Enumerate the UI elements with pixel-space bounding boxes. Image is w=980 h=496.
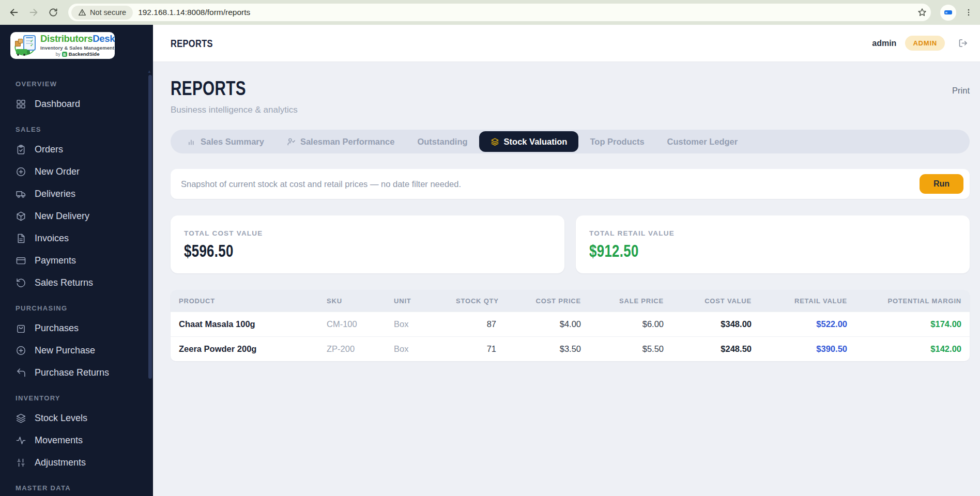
sidebar-item-sales-returns[interactable]: Sales Returns — [0, 273, 153, 293]
sidebar-item-label: Invoices — [35, 233, 69, 244]
column-header: PRODUCT — [171, 297, 318, 305]
sidebar-item-label: Purchases — [35, 323, 79, 334]
browser-forward-button[interactable] — [25, 4, 42, 21]
tab-sales-summary[interactable]: Sales Summary — [176, 131, 275, 152]
clipboard-check-icon — [16, 144, 26, 155]
brand-name: DistributorsDesk — [40, 34, 115, 44]
column-header: SALE PRICE — [589, 297, 672, 305]
report-tabs: Sales Summary Salesman Performance Outst… — [171, 130, 970, 153]
sidebar-item-new-purchase[interactable]: New Purchase — [0, 340, 153, 361]
total-cost-value: $596.50 — [184, 241, 234, 261]
tab-label: Stock Valuation — [504, 137, 568, 147]
bar-chart-icon — [187, 137, 196, 146]
column-header: COST PRICE — [504, 297, 589, 305]
tab-label: Sales Summary — [201, 137, 264, 147]
credit-card-icon — [16, 255, 26, 266]
sidebar-item-label: Payments — [35, 255, 76, 266]
report-info-banner: Snapshot of current stock at cost and re… — [171, 169, 970, 199]
table-row: Chaat Masala 100g CM-100 Box 87 $4.00 $6… — [171, 312, 970, 336]
cell-cost-price: $4.00 — [504, 319, 589, 329]
logout-button[interactable] — [958, 38, 969, 49]
cell-product: Chaat Masala 100g — [171, 319, 318, 329]
logo-illustration-icon: ✓✓ — [14, 35, 37, 56]
browser-refresh-button[interactable] — [44, 4, 62, 21]
sidebar-item-label: New Order — [35, 166, 80, 177]
browser-toolbar: Not secure 192.168.1.14:8008/form/report… — [0, 0, 980, 25]
role-badge: ADMIN — [905, 36, 945, 51]
cell-product: Zeera Powder 200g — [171, 344, 318, 354]
bookmark-button[interactable] — [913, 4, 931, 21]
sidebar-item-stock-levels[interactable]: Stock Levels — [0, 408, 153, 428]
sidebar-item-label: Deliveries — [35, 189, 75, 199]
truck-icon — [16, 189, 26, 199]
url-text: 192.168.1.14:8008/form/reports — [138, 8, 250, 17]
app-header: REPORTS admin ADMIN — [153, 25, 980, 62]
sidebar-scroll-up-arrow[interactable]: ▲ — [147, 70, 151, 74]
sliders-icon — [16, 457, 26, 468]
sidebar-item-movements[interactable]: Movements — [0, 430, 153, 451]
sidebar-item-adjustments[interactable]: Adjustments — [0, 453, 153, 473]
table-header-row: PRODUCT SKU UNIT STOCK QTY COST PRICE SA… — [171, 290, 970, 312]
tab-salesman-performance[interactable]: Salesman Performance — [275, 131, 406, 152]
total-cost-value-card: TOTAL COST VALUE $596.50 — [171, 215, 564, 273]
kebab-menu-icon — [964, 8, 973, 17]
column-header: UNIT — [386, 297, 448, 305]
user-check-icon — [287, 137, 296, 146]
column-header: SKU — [318, 297, 386, 305]
tab-label: Customer Ledger — [667, 137, 738, 147]
column-header: RETAIL VALUE — [760, 297, 855, 305]
sidebar-item-label: Movements — [35, 435, 83, 446]
sidebar-item-label: Sales Returns — [35, 277, 93, 288]
card-label: TOTAL COST VALUE — [184, 229, 551, 237]
sidebar-item-label: Stock Levels — [35, 413, 87, 424]
app-logo[interactable]: ✓✓ DistributorsDesk Inventory & Sales Ma… — [10, 32, 115, 59]
total-retail-value: $912.50 — [589, 241, 639, 261]
corner-up-left-icon — [16, 367, 26, 378]
sidebar-item-invoices[interactable]: Invoices — [0, 228, 153, 249]
column-header: POTENTIAL MARGIN — [855, 297, 970, 305]
rotate-ccw-icon — [16, 277, 26, 288]
tab-outstanding[interactable]: Outstanding — [406, 131, 479, 152]
print-button[interactable]: Print — [952, 86, 970, 96]
logout-icon — [958, 38, 969, 49]
not-secure-chip[interactable]: Not secure — [71, 6, 133, 20]
tab-stock-valuation[interactable]: Stock Valuation — [479, 131, 579, 152]
page-title: REPORTS — [171, 78, 246, 99]
sidebar-item-deliveries[interactable]: Deliveries — [0, 184, 153, 204]
sidebar-item-payments[interactable]: Payments — [0, 251, 153, 271]
sidebar-item-dashboard[interactable]: Dashboard — [0, 94, 153, 114]
browser-back-button[interactable] — [5, 4, 23, 21]
tab-top-products[interactable]: Top Products — [578, 131, 655, 152]
sidebar-item-purchase-returns[interactable]: Purchase Returns — [0, 363, 153, 383]
sidebar: ✓✓ DistributorsDesk Inventory & Sales Ma… — [0, 25, 153, 496]
run-button[interactable]: Run — [920, 174, 963, 194]
reports-page: REPORTS Print Business intelligence & an… — [153, 62, 980, 496]
tab-customer-ledger[interactable]: Customer Ledger — [656, 131, 749, 152]
sidebar-item-label: New Delivery — [35, 211, 89, 222]
arrow-right-icon — [28, 7, 39, 18]
column-header: STOCK QTY — [448, 297, 504, 305]
sidebar-section-master-data: MASTER DATA — [0, 484, 153, 492]
header-title: REPORTS — [171, 37, 213, 50]
sidebar-item-orders[interactable]: Orders — [0, 140, 153, 160]
sidebar-section-sales: SALES — [0, 126, 153, 133]
sidebar-item-new-delivery[interactable]: New Delivery — [0, 206, 153, 226]
backendside-icon: B — [62, 52, 67, 57]
browser-profile-avatar[interactable] — [940, 5, 956, 21]
layers-icon — [491, 137, 499, 146]
file-text-icon — [16, 233, 26, 244]
browser-menu-button[interactable] — [962, 4, 975, 21]
stock-valuation-table: PRODUCT SKU UNIT STOCK QTY COST PRICE SA… — [171, 290, 970, 361]
cell-retail-value: $522.00 — [760, 319, 855, 329]
sidebar-item-purchases[interactable]: Purchases — [0, 318, 153, 338]
cell-unit: Box — [386, 344, 448, 354]
sidebar-item-new-order[interactable]: New Order — [0, 162, 153, 182]
tab-label: Top Products — [590, 137, 644, 147]
tab-label: Salesman Performance — [300, 137, 395, 147]
address-bar[interactable]: Not secure 192.168.1.14:8008/form/report… — [68, 4, 931, 21]
cell-cost-value: $348.00 — [672, 319, 760, 329]
sidebar-section-inventory: INVENTORY — [0, 394, 153, 402]
cell-potential-margin: $142.00 — [855, 344, 970, 354]
cell-sku: ZP-200 — [318, 344, 386, 354]
plus-circle-icon — [16, 345, 26, 356]
